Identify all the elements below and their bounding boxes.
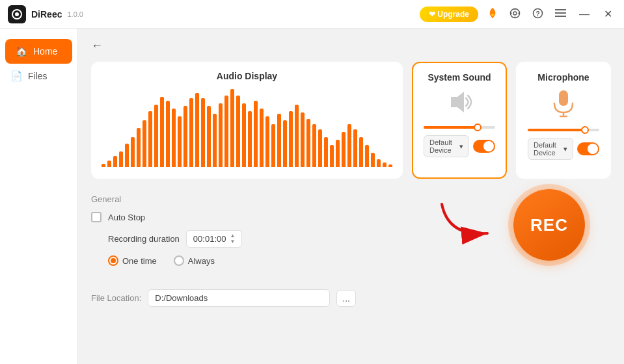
eq-bar: [148, 111, 152, 167]
files-icon: 📄: [10, 70, 23, 82]
upgrade-button[interactable]: ❤ Upgrade: [420, 6, 478, 22]
minimize-button[interactable]: —: [575, 7, 593, 21]
titlebar: DiReec 1.0.0 ❤ Upgrade ?: [0, 0, 624, 29]
eq-bar: [260, 109, 264, 167]
spinner-up-icon[interactable]: ▲: [230, 233, 235, 239]
arrow-indicator: [435, 198, 500, 250]
sidebar-item-home[interactable]: 🏠 Home: [5, 39, 72, 64]
eq-bar: [107, 161, 111, 167]
one-time-option[interactable]: One time: [108, 255, 157, 266]
flame-icon-button[interactable]: [485, 6, 500, 22]
cards-row: Audio Display System Sound: [91, 62, 611, 179]
svg-point-3: [511, 8, 520, 18]
svg-point-4: [513, 12, 517, 15]
eq-bar: [236, 96, 240, 167]
dropdown-chevron-icon: ▾: [459, 142, 463, 151]
system-sound-card: System Sound Default De: [412, 62, 507, 179]
back-button[interactable]: ←: [91, 39, 103, 53]
system-sound-selector-row: Default Device ▾: [424, 135, 495, 157]
file-more-button[interactable]: ...: [336, 290, 356, 307]
sidebar: 🏠 Home 📄 Files: [0, 29, 78, 364]
audio-display-card: Audio Display: [91, 62, 403, 179]
microphone-volume-slider[interactable]: [528, 129, 599, 131]
microphone-selector-row: Default Device ▾: [528, 138, 599, 160]
eq-bar: [301, 112, 305, 167]
eq-bar: [189, 98, 193, 167]
duration-value: 00:01:00: [193, 234, 226, 244]
eq-bar: [254, 101, 258, 167]
eq-bar: [295, 105, 299, 167]
mic-dropdown-chevron-icon: ▾: [563, 145, 567, 153]
eq-bar: [230, 89, 234, 167]
eq-bar: [271, 124, 275, 167]
microphone-dropdown[interactable]: Default Device ▾: [528, 138, 573, 160]
app-logo: [8, 5, 26, 23]
spinner-down-icon[interactable]: ▼: [230, 239, 235, 244]
titlebar-left: DiReec 1.0.0: [8, 5, 83, 23]
eq-bar: [166, 101, 170, 167]
close-button[interactable]: ✕: [600, 6, 616, 21]
eq-bar: [289, 111, 293, 167]
svg-rect-15: [559, 90, 568, 106]
system-sound-volume-slider[interactable]: [424, 126, 495, 129]
eq-bar: [183, 106, 187, 167]
auto-stop-checkbox[interactable]: [91, 212, 102, 222]
always-option[interactable]: Always: [174, 255, 215, 266]
titlebar-right: ❤ Upgrade ?: [420, 6, 616, 22]
eq-bar: [119, 151, 123, 167]
home-icon: 🏠: [16, 46, 28, 57]
eq-bar: [178, 116, 182, 167]
content-area: ← Audio Display System Sound: [78, 29, 624, 364]
main-layout: 🏠 Home 📄 Files ← Audio Display System So…: [0, 29, 624, 364]
sidebar-item-files-label: Files: [28, 71, 47, 81]
settings-icon-button[interactable]: [507, 6, 523, 22]
eq-bar: [371, 153, 375, 167]
system-sound-dropdown[interactable]: Default Device ▾: [424, 135, 469, 157]
duration-spinners[interactable]: ▲ ▼: [230, 233, 235, 244]
eq-bar: [277, 114, 281, 167]
svg-point-1: [15, 12, 19, 16]
eq-bar: [318, 129, 322, 167]
microphone-title: Microphone: [528, 72, 599, 83]
sidebar-item-files[interactable]: 📄 Files: [0, 64, 77, 88]
eq-bar: [377, 159, 381, 167]
app-name: DiReec: [31, 9, 62, 20]
microphone-icon: [528, 89, 599, 124]
equalizer: [102, 89, 392, 167]
system-sound-title: System Sound: [424, 72, 495, 83]
system-sound-icon: [424, 89, 495, 121]
app-version: 1.0.0: [67, 10, 83, 18]
eq-bar: [365, 145, 369, 167]
eq-bar: [102, 164, 105, 167]
always-radio[interactable]: [174, 255, 184, 266]
recording-duration-label: Recording duration: [108, 234, 180, 244]
eq-bar: [306, 119, 310, 167]
eq-bar: [172, 109, 176, 167]
eq-bar: [142, 120, 146, 167]
eq-bar: [224, 96, 228, 167]
eq-bar: [330, 145, 334, 167]
one-time-label: One time: [122, 256, 157, 266]
eq-bar: [160, 97, 164, 167]
eq-bar: [201, 98, 205, 167]
duration-input[interactable]: 00:01:00 ▲ ▼: [186, 230, 243, 248]
eq-bar: [248, 111, 252, 167]
one-time-radio[interactable]: [108, 255, 118, 266]
file-path-input[interactable]: [148, 289, 330, 307]
eq-bar: [265, 116, 269, 167]
eq-bar: [324, 137, 328, 167]
eq-bar: [347, 124, 351, 167]
eq-bar: [336, 140, 340, 167]
eq-bar: [312, 124, 316, 167]
microphone-toggle[interactable]: [577, 142, 599, 155]
eq-bar: [353, 129, 357, 167]
menu-icon-button[interactable]: [552, 7, 569, 21]
eq-bar: [154, 105, 158, 167]
help-icon-button[interactable]: ?: [530, 6, 546, 22]
eq-bar: [137, 128, 141, 167]
eq-bar: [195, 93, 199, 167]
rec-button[interactable]: REC: [513, 189, 585, 261]
svg-text:?: ?: [536, 10, 539, 17]
eq-bar: [342, 132, 346, 167]
system-sound-toggle[interactable]: [473, 140, 495, 153]
